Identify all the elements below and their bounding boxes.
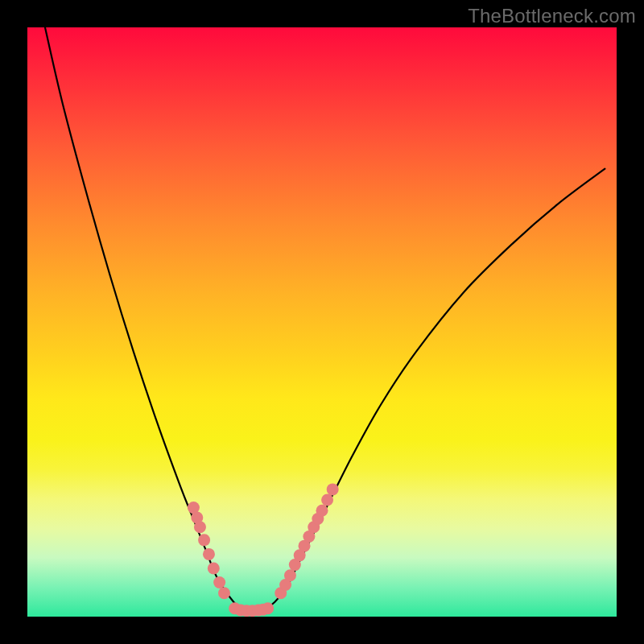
highlight-dot [198,534,210,546]
highlight-dot [213,576,225,588]
highlight-dot [218,587,230,599]
highlight-dots-right [275,483,338,599]
plot-area [27,27,617,617]
chart-svg [27,27,617,617]
watermark-text: TheBottleneck.com [468,5,636,27]
highlight-dot [321,494,333,506]
highlight-dot [262,602,274,614]
outer-black-frame: TheBottleneck.com [0,0,644,644]
highlight-dot [316,505,328,517]
highlight-dot [284,569,296,581]
highlight-dot [194,521,206,533]
highlight-dots-bottom [229,602,274,617]
bottleneck-curve [45,27,605,611]
highlight-dot [203,548,215,560]
curve-layer [45,27,605,611]
highlight-dot [327,483,339,495]
highlight-dots-left [188,502,230,599]
highlight-dot [208,562,220,574]
